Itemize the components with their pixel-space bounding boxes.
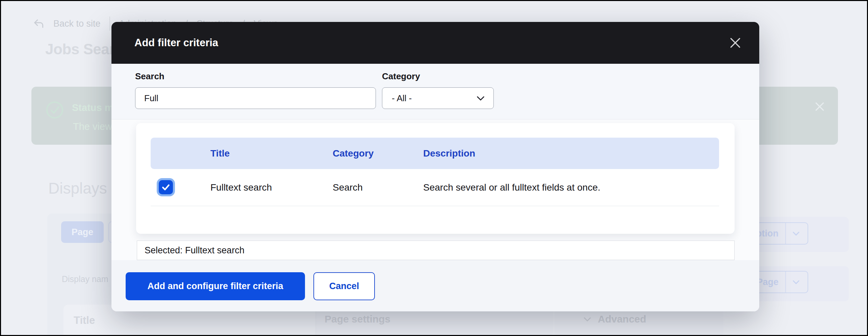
back-arrow-icon [33,19,45,29]
status-message-body: The view [73,121,112,132]
category-select[interactable]: - All - [382,87,494,109]
add-filter-criteria-dialog: Add filter criteria Search Category - Al… [111,22,759,311]
display-name-label: Display nam [62,274,108,284]
chevron-down-icon [475,93,486,104]
selected-summary: Selected: Fulltext search [137,241,735,260]
chevron-down-icon[interactable] [791,229,801,238]
selected-summary-text: Selected: Fulltext search [145,245,245,256]
category-field-label: Category [382,71,420,82]
screen: Back to site Administration / Structure … [0,0,868,336]
status-check-icon [44,100,65,122]
row-title-cell: Fulltext search [210,169,272,206]
cancel-button[interactable]: Cancel [313,272,375,300]
row-checkbox-checked[interactable] [159,180,173,194]
title-section-label: Title [74,314,95,327]
checkmark-icon [161,182,171,192]
category-selected-value: - All - [392,93,412,104]
advanced-label: Advanced [598,313,646,325]
column-header-category: Category [333,138,374,169]
status-close-icon[interactable] [812,100,827,114]
dropdown-divider [785,223,786,244]
page-display-tab[interactable]: Page [61,221,104,243]
dialog-footer: Add and configure filter criteria Cancel [111,260,759,311]
row-description-cell: Search several or all fulltext fields at… [423,169,600,206]
add-and-configure-button[interactable]: Add and configure filter criteria [126,272,305,300]
dropdown-divider [785,272,786,292]
dropdown-label: ption [756,228,778,239]
dialog-header: Add filter criteria [111,22,759,64]
table-row[interactable]: Fulltext search Search Search several or… [151,169,719,206]
search-input[interactable] [135,87,376,109]
chevron-down-icon [582,314,592,324]
close-icon[interactable] [727,35,743,51]
breadcrumb-divider [109,17,110,31]
advanced-toggle[interactable]: Advanced [582,313,646,325]
filter-results-card: Title Category Description Fulltext sear… [136,123,735,234]
column-header-description: Description [423,138,475,169]
search-field-label: Search [135,71,164,82]
back-to-site-link[interactable]: Back to site [53,19,101,29]
dialog-title: Add filter criteria [134,37,218,49]
row-category-cell: Search [333,169,363,206]
column-header-title: Title [210,138,230,169]
page-settings-label: Page settings [325,313,390,325]
table-header-row: Title Category Description [151,138,719,169]
chevron-down-icon[interactable] [791,277,801,287]
displays-heading: Displays [48,179,107,197]
filter-search-form: Search Category - All - [111,64,759,119]
